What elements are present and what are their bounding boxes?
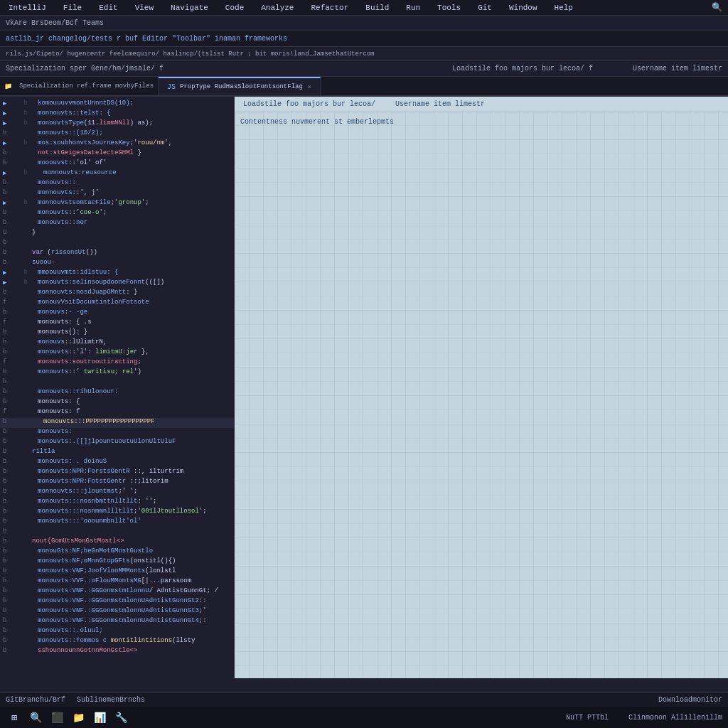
title-bar-view[interactable]: View — [132, 4, 156, 12]
code-line: f monouvts:soutrooutiracting; — [0, 358, 234, 368]
taskbar-folder-icon[interactable]: 📁 — [70, 709, 87, 726]
code-line: b monouvts:::nosnmmnllltllt;'001lJtoutll… — [0, 508, 234, 518]
title-bar-build[interactable]: Build — [363, 4, 392, 12]
menu-bar: VkAre BrsDeom/Bcf Teams — [0, 16, 728, 31]
taskbar-charts-icon[interactable]: 📊 — [91, 709, 108, 726]
header-right-label: Loadstile foo majors bur lecoa/ f — [452, 65, 593, 73]
code-line: b monnouvts::', j' — [0, 189, 234, 199]
taskbar-search-icon[interactable]: 🔍 — [27, 709, 44, 726]
main-code-tab[interactable]: JS PropType RudHasSlootFontsontFlag ✕ — [159, 77, 321, 95]
title-bar-navigate[interactable]: Navigate — [168, 4, 211, 12]
code-line: b — [0, 239, 234, 249]
title-bar-file[interactable]: File — [60, 4, 85, 12]
header-left: Specialization sper Gene/hm/jmsale/ f — [6, 65, 164, 73]
title-bar: IntelliJ File Edit View Navigate Code An… — [0, 0, 728, 16]
code-line: b monouvts:.([]jlpountuoutuUlonUltUluF — [0, 438, 234, 448]
code-line: b monouvts(): } — [0, 328, 234, 338]
main-area: ▶ b komouuuvvmontUnnntDS(10); ▶ b monnou… — [0, 97, 728, 678]
code-line: b monouvts::' twritisu; rel') — [0, 368, 234, 378]
code-line: ▶ b monnouvstsomtacFile;'gronup'; — [0, 199, 234, 209]
code-line: b monouvts:::nosnbmttnlltllt: ''; — [0, 498, 234, 508]
code-area[interactable]: ▶ b komouuuvvmontUnnntDS(10); ▶ b monnou… — [0, 97, 234, 678]
code-line: b monouvts::.oluul; — [0, 627, 234, 637]
file-tree-tab-folder: 📁 — [4, 82, 12, 90]
right-panel-header: Loadstile foo majors bur lecoa/ Username… — [235, 97, 728, 112]
code-line: f monouvVsitDocumtintlonFotsote — [0, 299, 234, 309]
right-panel: Loadstile foo majors bur lecoa/ Username… — [235, 97, 728, 678]
main-code-tab-icon: JS — [167, 83, 176, 91]
search-icon-area: 🔍 — [712, 2, 722, 13]
title-bar-refactor[interactable]: Refactor — [308, 4, 351, 12]
status-git-branch: GitBranchu/Brf — [6, 696, 65, 704]
code-line: b monnouvts:::jlountmst;' '; — [0, 488, 234, 498]
code-line: b monouvts::Tommos c montitlintitions(ll… — [0, 637, 234, 647]
title-bar-tools[interactable]: Tools — [434, 4, 464, 12]
title-bar-code[interactable]: Code — [223, 4, 247, 12]
taskbar-right-text: Clinmonon Allillenillm — [628, 714, 722, 722]
code-line: b monouvts::'coe-o'; — [0, 209, 234, 219]
path2-left: rils.js/Cipeto/ hugencentr feelcmequiro/… — [6, 50, 374, 58]
code-line: ▶ b komouuuvvmontUnnntDS(10); — [0, 100, 234, 109]
taskbar-tools-icon[interactable]: 🔧 — [112, 709, 129, 726]
code-line: b monouvts:NF;oMnnGtopGFts(onstitl(){) — [0, 557, 234, 567]
taskbar-explorer-icon[interactable]: ⬛ — [48, 709, 65, 726]
code-line: b monouvts:::PPPPPPPPPPPPPPPPPF — [0, 418, 234, 428]
title-bar-help[interactable]: Help — [552, 4, 576, 12]
status-right: Downloadmonitor — [658, 696, 722, 704]
code-line: b suoou- — [0, 259, 234, 269]
code-line: b monouvts::ner — [0, 219, 234, 229]
code-line: b monouvts:VNF.:GGGonmstmtlonnU/ Adntist… — [0, 587, 234, 597]
path-bar: astlib_jr changelog/tests r buf Editor "… — [0, 31, 728, 47]
left-panel: ▶ b komouuuvvmontUnnntDS(10); ▶ b monnou… — [0, 97, 235, 678]
title-bar-edit[interactable]: Edit — [96, 4, 120, 12]
code-line: ▶ b monouvtsType(11.limmNNll) as); — [0, 119, 234, 129]
code-line: b not:stGeigesDatelecteGHMl } — [0, 149, 234, 159]
title-bar-git[interactable]: Git — [475, 4, 495, 12]
code-line: b sshounnounnGotnnMonGstle<> — [0, 647, 234, 657]
status-bar: GitBranchu/Brf SublinemenBrnchs Download… — [0, 692, 728, 707]
code-line: b monouvts:::'ooounmbnllt'ol' — [0, 518, 234, 528]
code-line: b monouvts::rihUlonour: — [0, 388, 234, 398]
code-line: b mooouvst::'ol' of' — [0, 159, 234, 169]
right-header-label: Loadstile foo majors bur lecoa/ — [243, 100, 375, 108]
title-bar-analyze[interactable]: Analyze — [258, 4, 296, 12]
menu-path: VkAre BrsDeom/Bcf Teams — [6, 19, 104, 27]
code-line: b monouvts::(10/2); — [0, 129, 234, 139]
code-line: ▶ b mos:soubhonvtsJournesKey;'rouu/nm', — [0, 139, 234, 149]
code-line: ▶ b monouvts:selinsoupdooneFonnt(([]) — [0, 279, 234, 289]
code-line: f monouvts: { .s — [0, 318, 234, 328]
code-line: U } — [0, 229, 234, 239]
code-line: b monouvts:VVF.:oFlouMMontsMG[|...parsso… — [0, 577, 234, 587]
path-bar2: rils.js/Cipeto/ hugencentr feelcmequiro/… — [0, 47, 728, 61]
search-icon[interactable]: 🔍 — [712, 2, 722, 13]
code-line: b — [0, 378, 234, 388]
code-line: b monouvts:VNF.:GGGonmstmlonnUAdntistGun… — [0, 597, 234, 607]
tab-bar: 📁 Specialization ref.frame movbyFiles JS… — [0, 77, 728, 97]
code-line: b monouvts:VNF.:GGGonmstmlonnUAdntistGun… — [0, 607, 234, 617]
code-line: b monouvs::lUlimtrN, — [0, 338, 234, 348]
headers-bar: Specialization sper Gene/hm/jmsale/ f Lo… — [0, 61, 728, 77]
code-line: b monouvts: . doinuS — [0, 458, 234, 468]
code-line: ▶ b mmoouuvmts:idlstuu: { — [0, 269, 234, 279]
taskbar-right: NuTT PTTbl Clinmonon Allillenillm — [566, 714, 722, 722]
taskbar-windows-icon[interactable]: ⊞ — [6, 709, 23, 726]
code-line: b monouvs:- -ge — [0, 309, 234, 318]
right-panel-content: Contentness nuvmerent st emberlepmts — [235, 112, 728, 678]
code-line: b monouvts:VNF.:GGGonmstmlonnUAdntistGun… — [0, 617, 234, 627]
right-content-label: Contentness nuvmerent st emberlepmts — [240, 118, 394, 126]
title-bar-window[interactable]: Window — [506, 4, 540, 12]
code-line: b monouvts: { — [0, 398, 234, 408]
tab-close-button[interactable]: ✕ — [307, 82, 311, 91]
right-subheader: Username item limestr — [395, 100, 485, 108]
status-branch2: SublinemenBrnchs — [77, 696, 145, 704]
title-bar-run[interactable]: Run — [403, 4, 423, 12]
code-line: b monouvts::'l': limitmU:jer }, — [0, 348, 234, 358]
taskbar-time: NuTT PTTbl — [566, 714, 609, 722]
header-username: Username item limestr — [633, 65, 722, 73]
taskbar: ⊞ 🔍 ⬛ 📁 📊 🔧 NuTT PTTbl Clinmonon Allille… — [0, 707, 728, 728]
path-text: astlib_jr changelog/tests r buf Editor "… — [6, 35, 287, 43]
code-line: b riltla — [0, 448, 234, 458]
title-bar-app[interactable]: IntelliJ — [6, 4, 49, 12]
code-line: b monouGts:NF;heGnMotGMostGustlo — [0, 547, 234, 557]
code-line: f monouvts: f — [0, 408, 234, 418]
